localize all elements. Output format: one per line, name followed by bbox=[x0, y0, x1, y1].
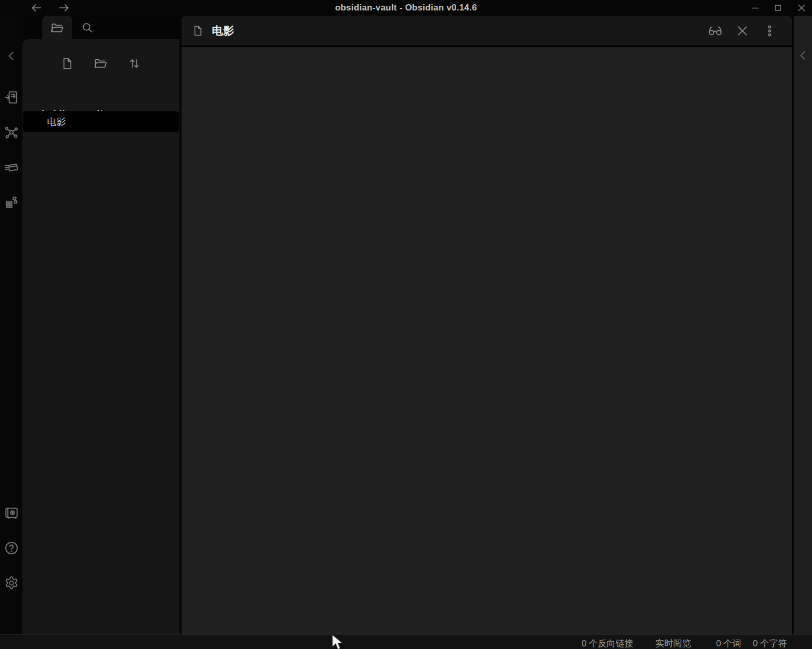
note-title: 电影 bbox=[212, 24, 234, 38]
close-window-button[interactable] bbox=[794, 1, 809, 15]
tab-file-explorer[interactable] bbox=[42, 16, 72, 39]
note-view-header: 电影 bbox=[182, 16, 792, 45]
new-note-button[interactable] bbox=[59, 55, 75, 71]
reading-view-toggle-button[interactable] bbox=[707, 23, 723, 39]
new-folder-button[interactable] bbox=[93, 55, 108, 71]
file-item-label: 电影 bbox=[47, 116, 66, 128]
sort-arrows-icon bbox=[127, 56, 141, 71]
help-icon[interactable] bbox=[2, 539, 21, 557]
close-icon bbox=[735, 24, 750, 38]
collapse-left-sidebar-icon[interactable] bbox=[2, 47, 21, 65]
right-sidebar-collapsed bbox=[794, 16, 812, 634]
obsidian-window: obsidian-vault - Obsidian v0.14.6 bbox=[0, 0, 812, 649]
new-folder-icon bbox=[93, 56, 108, 71]
note-file-icon bbox=[191, 24, 205, 38]
new-note-icon bbox=[60, 56, 74, 71]
left-sidebar: obsidian-vault 电影 bbox=[22, 16, 179, 634]
graph-view-icon[interactable] bbox=[2, 123, 21, 142]
maximize-button[interactable] bbox=[770, 1, 786, 15]
status-backlinks[interactable]: 0 个反向链接 bbox=[581, 637, 633, 649]
minimize-button[interactable] bbox=[748, 1, 763, 15]
quick-switcher-icon[interactable] bbox=[2, 88, 21, 107]
folder-icon bbox=[50, 20, 64, 35]
file-item-selected[interactable]: 电影 bbox=[23, 111, 179, 132]
community-plugins-icon[interactable] bbox=[2, 193, 21, 212]
mouse-cursor bbox=[331, 633, 345, 649]
close-pane-button[interactable] bbox=[735, 23, 750, 39]
status-bar: 0 个反向链接 实时阅览 0 个词 0 个字符 bbox=[0, 634, 812, 649]
kebab-menu-icon bbox=[763, 24, 776, 38]
settings-gear-icon[interactable] bbox=[2, 574, 21, 593]
header-actions bbox=[707, 23, 792, 39]
title-bar: obsidian-vault - Obsidian v0.14.6 bbox=[0, 0, 812, 16]
sidebar-tab-strip bbox=[22, 16, 179, 39]
glasses-icon bbox=[707, 23, 723, 39]
status-editor-mode[interactable]: 实时阅览 bbox=[656, 637, 691, 649]
tab-search[interactable] bbox=[72, 16, 103, 39]
sort-order-button[interactable] bbox=[126, 55, 142, 71]
search-icon bbox=[81, 21, 94, 35]
main-pane: 电影 bbox=[182, 16, 792, 634]
command-palette-icon[interactable] bbox=[2, 158, 21, 177]
file-explorer-toolbar bbox=[59, 55, 142, 71]
left-ribbon bbox=[0, 16, 22, 634]
expand-right-sidebar-icon[interactable] bbox=[795, 47, 811, 64]
more-options-button[interactable] bbox=[762, 23, 777, 39]
vault-switcher-icon[interactable] bbox=[2, 504, 21, 522]
window-title: obsidian-vault - Obsidian v0.14.6 bbox=[0, 0, 812, 16]
editor-area[interactable] bbox=[182, 47, 792, 634]
file-explorer-pane: obsidian-vault 电影 bbox=[22, 39, 179, 634]
status-word-count: 0 个词 bbox=[716, 637, 741, 649]
status-char-count: 0 个字符 bbox=[753, 637, 787, 649]
